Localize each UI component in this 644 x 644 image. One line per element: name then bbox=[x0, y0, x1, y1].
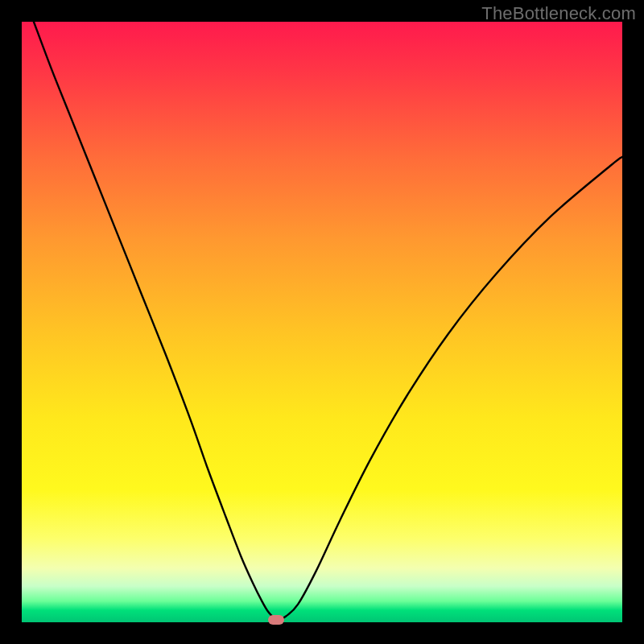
watermark-text: TheBottleneck.com bbox=[481, 3, 636, 24]
bottleneck-curve bbox=[22, 22, 622, 622]
optimal-marker bbox=[268, 615, 284, 625]
curve-path bbox=[34, 22, 622, 619]
plot-area bbox=[22, 22, 622, 622]
chart-frame: TheBottleneck.com bbox=[0, 0, 644, 644]
